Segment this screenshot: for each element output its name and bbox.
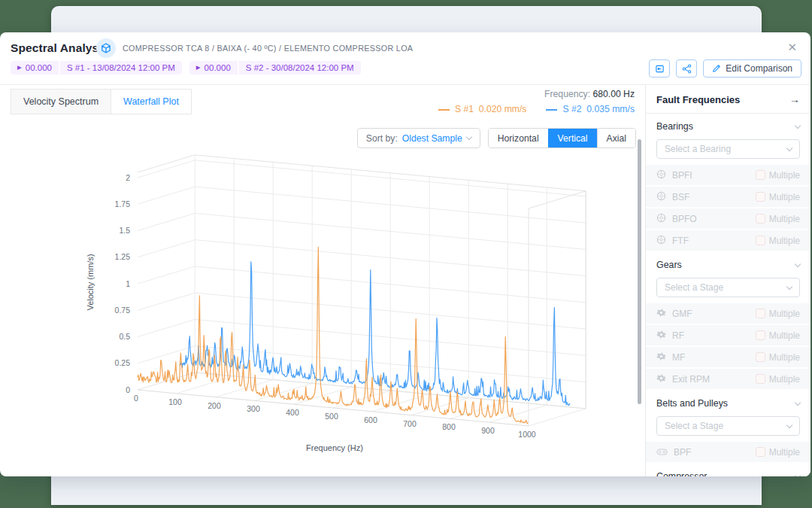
gear-icon (656, 373, 666, 386)
select-a-stage-dropdown[interactable]: Select a Stage (656, 278, 800, 297)
fault-row-ftf: FTFMultiple (646, 230, 810, 251)
svg-text:0.75: 0.75 (115, 306, 131, 315)
s2-line-swatch (546, 109, 557, 111)
export-icon (655, 64, 665, 74)
svg-text:700: 700 (403, 419, 417, 428)
multiple-checkbox[interactable] (756, 309, 765, 318)
select-a-stage-dropdown[interactable]: Select a Stage (656, 416, 800, 436)
sort-by-value: Oldest Sample (402, 133, 462, 144)
spectral-analysis-modal: Spectral Analysis COMPRESSOR TCA 8 / BAI… (0, 32, 810, 476)
page-title: Spectral Analysis (11, 41, 108, 55)
play-icon[interactable]: ▶ (17, 65, 22, 71)
bearing-icon (656, 212, 666, 226)
chevron-down-icon (795, 399, 801, 405)
chevron-down-icon (795, 260, 801, 266)
svg-text:Frequency (Hz): Frequency (Hz) (306, 443, 363, 452)
section-header-gears[interactable]: Gears (646, 252, 810, 276)
legend-item-s1[interactable]: S #1 0.020 mm/s (438, 104, 527, 114)
tab-velocity-spectrum[interactable]: Velocity Spectrum (11, 89, 111, 114)
multiple-label: Multiple (769, 330, 800, 341)
bearing-icon (656, 234, 666, 248)
svg-text:400: 400 (286, 408, 299, 417)
svg-text:1.5: 1.5 (119, 226, 130, 235)
sample-chip-2[interactable]: ▶ 00.000 S #2 - 30/08/2024 12:00 PM (189, 61, 361, 75)
fault-row-bpf: BPFMultiple (646, 442, 810, 462)
multiple-checkbox[interactable] (756, 192, 765, 202)
sort-by-dropdown[interactable]: Sort by: Oldest Sample (357, 128, 480, 148)
sample-1-label: S #1 - 13/08/2024 12:00 PM (60, 61, 182, 75)
section-header-bearings[interactable]: Bearings (646, 114, 810, 138)
multiple-checkbox[interactable] (756, 330, 765, 340)
tab-waterfall-plot[interactable]: Waterfall Plot (111, 89, 192, 114)
svg-text:1000: 1000 (518, 430, 536, 439)
svg-text:100: 100 (168, 397, 182, 406)
svg-text:Velocity (mm/s): Velocity (mm/s) (86, 254, 95, 310)
section-header-compressor[interactable]: Compressor (646, 464, 810, 476)
svg-text:0.25: 0.25 (115, 358, 131, 367)
play-icon[interactable]: ▶ (196, 65, 201, 71)
chevron-down-icon (786, 422, 792, 428)
multiple-label: Multiple (769, 374, 800, 385)
svg-text:200: 200 (208, 401, 221, 410)
edit-comparison-button[interactable]: Edit Comparison (703, 59, 801, 78)
orientation-vertical-button[interactable]: Vertical (548, 129, 597, 148)
svg-text:2: 2 (126, 173, 130, 182)
multiple-label: Multiple (769, 170, 800, 181)
multiple-checkbox[interactable] (756, 447, 765, 457)
cursor-readout: Frequency: 680.00 Hz S #1 0.020 mm/s S #… (438, 89, 635, 114)
frequency-label: Frequency: (544, 89, 590, 99)
svg-text:1: 1 (126, 279, 130, 288)
section-header-belts-and-pulleys[interactable]: Belts and Pulleys (646, 391, 810, 415)
cube-icon (101, 43, 111, 53)
belt-icon (656, 446, 668, 459)
svg-text:500: 500 (325, 412, 338, 421)
vertical-scrollbar[interactable] (638, 139, 641, 404)
share-icon (682, 64, 692, 74)
view-tabs: Velocity Spectrum Waterfall Plot (11, 89, 192, 114)
sample-2-label: S #2 - 30/08/2024 12:00 PM (239, 61, 361, 75)
fault-row-bsf: BSFMultiple (646, 187, 810, 207)
multiple-label: Multiple (769, 447, 800, 458)
fault-section-gears: GearsSelect a StageGMFMultipleRFMultiple… (646, 252, 810, 389)
multiple-checkbox[interactable] (756, 374, 765, 384)
asset-3d-icon[interactable] (96, 38, 116, 58)
multiple-checkbox[interactable] (756, 214, 765, 224)
fault-row-bpfi: BPFIMultiple (646, 165, 810, 185)
multiple-checkbox[interactable] (756, 170, 765, 180)
fault-row-exit-rpm: Exit RPMMultiple (646, 369, 810, 389)
select-a-bearing-dropdown[interactable]: Select a Bearing (656, 139, 800, 159)
svg-text:0: 0 (134, 394, 138, 403)
fault-row-rf: RFMultiple (646, 325, 810, 345)
fault-row-gmf: GMFMultiple (646, 303, 810, 324)
legend-item-s2[interactable]: S #2 0.035 mm/s (546, 104, 635, 114)
edit-comparison-label: Edit Comparison (726, 63, 792, 74)
sample-chip-1[interactable]: ▶ 00.000 S #1 - 13/08/2024 12:00 PM (11, 61, 182, 75)
gear-icon (656, 307, 666, 321)
fault-row-bpfo: BPFOMultiple (646, 208, 810, 229)
orientation-horizontal-button[interactable]: Horizontal (489, 129, 548, 148)
multiple-label: Multiple (769, 236, 800, 246)
fault-frequencies-panel: Fault Frequencies → BearingsSelect a Bea… (645, 85, 810, 476)
multiple-checkbox[interactable] (756, 352, 765, 362)
svg-text:1.75: 1.75 (115, 199, 131, 208)
svg-text:600: 600 (364, 415, 377, 424)
multiple-checkbox[interactable] (756, 236, 765, 245)
fault-section-compressor: Compressor (646, 464, 810, 476)
chevron-down-icon (786, 145, 792, 151)
frequency-value: 680.00 Hz (592, 89, 635, 99)
svg-text:0.5: 0.5 (119, 332, 130, 341)
gear-icon (656, 351, 666, 364)
close-icon[interactable]: ✕ (784, 38, 800, 56)
sample-chips: ▶ 00.000 S #1 - 13/08/2024 12:00 PM ▶ 00… (11, 61, 361, 75)
svg-text:800: 800 (442, 422, 456, 431)
export-view-button[interactable] (649, 59, 670, 78)
multiple-label: Multiple (769, 214, 800, 224)
collapse-panel-arrow-icon[interactable]: → (789, 93, 800, 105)
sort-by-label: Sort by: (366, 133, 398, 144)
series-legend: S #1 0.020 mm/s S #2 0.035 mm/s (438, 104, 635, 114)
share-button[interactable] (676, 59, 697, 78)
multiple-label: Multiple (769, 352, 800, 363)
orientation-axial-button[interactable]: Axial (597, 129, 635, 148)
sample-2-value: 00.000 (205, 63, 231, 72)
chevron-down-icon (465, 134, 471, 140)
